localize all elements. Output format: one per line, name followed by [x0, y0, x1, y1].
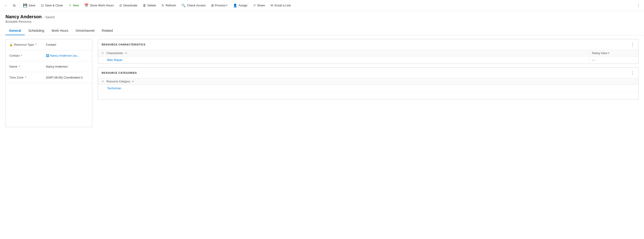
- category-name-value[interactable]: Technician: [107, 86, 635, 90]
- process-icon: ⊞: [211, 3, 214, 7]
- tab-work-hours[interactable]: Work Hours: [48, 26, 72, 35]
- back-button[interactable]: ←: [2, 2, 10, 9]
- categories-check-all[interactable]: ✓: [102, 80, 104, 83]
- categories-grid-header: ✓ Resource Category ↑ ▾: [98, 78, 638, 85]
- save-button[interactable]: 💾 Save: [21, 2, 38, 9]
- tabs-container: General Scheduling Work Hours Omnichanne…: [0, 26, 644, 35]
- pop-out-button[interactable]: ⧉: [11, 2, 18, 9]
- more-button[interactable]: ⋮: [635, 2, 642, 8]
- tab-scheduling[interactable]: Scheduling: [25, 26, 48, 35]
- lock-icon: 🔒: [9, 43, 13, 46]
- categories-header: RESOURCE CATEGORIES ⋮: [98, 68, 638, 78]
- required-star-resource-type: *: [36, 43, 36, 46]
- characteristic-row: Bike Repair ---: [98, 56, 638, 63]
- timezone-value[interactable]: (GMT-08:00) Coordinated U: [46, 76, 88, 79]
- rating-col-header[interactable]: Rating Value ▾: [589, 52, 635, 55]
- required-star-name: *: [19, 65, 20, 68]
- category-col-chevron-icon: ▾: [132, 80, 134, 83]
- contact-person-icon: 🖼: [46, 54, 49, 57]
- right-panel: RESOURCE CHARACTERISTICS ⋮ ✓ Characteris…: [98, 39, 638, 127]
- required-star-timezone: *: [25, 76, 26, 79]
- characteristic-name-value[interactable]: Bike Repair: [107, 58, 589, 62]
- name-label: Name *: [9, 65, 46, 68]
- tab-omnichannel[interactable]: Omnichannel: [72, 26, 98, 35]
- resource-characteristics-section: RESOURCE CHARACTERISTICS ⋮ ✓ Characteris…: [98, 39, 638, 64]
- main-content: 🔒 Resource Type * Contact Contact * 🖼 Na…: [0, 35, 644, 131]
- save-close-button[interactable]: ⊡ Save & Close: [38, 2, 65, 9]
- resource-type-row: 🔒 Resource Type * Contact: [6, 39, 92, 50]
- characteristic-col-header[interactable]: Characteristic ↑ ▾: [106, 52, 589, 55]
- new-label: New: [73, 4, 79, 7]
- category-row: Technician: [98, 85, 638, 92]
- refresh-label: Refresh: [166, 4, 176, 7]
- category-sort-asc-icon: ↑: [131, 80, 132, 83]
- delete-icon: 🗑: [143, 3, 146, 7]
- timezone-label: Time Zone *: [9, 76, 46, 79]
- deactivate-icon: ⊘: [119, 3, 122, 7]
- delete-label: Delete: [147, 4, 156, 7]
- email-link-label: Email a Link: [274, 4, 291, 7]
- empty-row-3: [6, 105, 92, 116]
- process-label: Process: [215, 4, 226, 7]
- assign-icon: 👤: [233, 3, 237, 7]
- characteristics-title: RESOURCE CHARACTERISTICS: [102, 43, 146, 46]
- characteristics-header: RESOURCE CHARACTERISTICS ⋮: [98, 39, 638, 50]
- process-button[interactable]: ⊞ Process ▾: [209, 2, 230, 9]
- refresh-button[interactable]: ↻ Refresh: [159, 2, 178, 9]
- email-link-icon: ✉: [270, 3, 274, 7]
- characteristic-sort-asc-icon: ↑: [124, 52, 125, 54]
- share-label: Share: [257, 4, 265, 7]
- record-title: Nancy Anderson - Saved: [6, 14, 638, 19]
- contact-label: Contact *: [9, 54, 46, 57]
- contact-value[interactable]: 🖼 Nancy Anderson (sa...: [46, 54, 88, 57]
- assign-button[interactable]: 👤 Assign: [231, 2, 250, 9]
- categories-bottom-padding: [98, 92, 638, 99]
- contact-row: Contact * 🖼 Nancy Anderson (sa...: [6, 50, 92, 61]
- calendar-icon: 📅: [84, 3, 89, 7]
- empty-row-1: [6, 83, 92, 94]
- check-access-button[interactable]: 🔍 Check Access: [179, 2, 208, 9]
- back-icon: ←: [4, 3, 8, 7]
- share-button[interactable]: ↗ Share: [250, 2, 267, 9]
- categories-more-button[interactable]: ⋮: [630, 70, 635, 75]
- tab-related[interactable]: Related: [98, 26, 116, 35]
- empty-row-2: [6, 94, 92, 105]
- record-header: Nancy Anderson - Saved Bookable Resource: [0, 11, 644, 25]
- email-link-button[interactable]: ✉ Email a Link: [268, 2, 293, 9]
- record-saved-status: - Saved: [44, 15, 54, 19]
- save-icon: 💾: [23, 3, 28, 7]
- characteristic-col-chevron-icon: ▾: [126, 52, 127, 54]
- tab-general[interactable]: General: [6, 26, 25, 35]
- delete-button[interactable]: 🗑 Delete: [140, 2, 158, 9]
- refresh-icon: ↻: [162, 3, 164, 7]
- timezone-row: Time Zone * (GMT-08:00) Coordinated U: [6, 72, 92, 83]
- categories-title: RESOURCE CATEGORIES: [102, 71, 137, 74]
- record-type: Bookable Resource: [6, 20, 638, 23]
- save-close-label: Save & Close: [45, 4, 63, 7]
- check-access-icon: 🔍: [182, 3, 186, 7]
- required-star-contact: *: [21, 54, 22, 57]
- pop-out-icon: ⧉: [13, 3, 16, 7]
- assign-label: Assign: [238, 4, 248, 7]
- separator-1: [19, 3, 20, 8]
- toolbar: ← ⧉ 💾 Save ⊡ Save & Close ＋ New 📅 Show W…: [0, 0, 644, 11]
- show-work-hours-button[interactable]: 📅 Show Work Hours: [82, 2, 116, 9]
- resource-type-label: 🔒 Resource Type *: [9, 43, 46, 46]
- characteristics-more-button[interactable]: ⋮: [630, 42, 635, 47]
- check-access-label: Check Access: [187, 4, 206, 7]
- general-form: 🔒 Resource Type * Contact Contact * 🖼 Na…: [6, 39, 92, 127]
- characteristics-check-all[interactable]: ✓: [102, 51, 104, 55]
- empty-row-4: [6, 116, 92, 127]
- characteristics-grid-header: ✓ Characteristic ↑ ▾ Rating Value ▾: [98, 50, 638, 56]
- more-label: ⋮: [637, 4, 640, 7]
- left-panel: 🔒 Resource Type * Contact Contact * 🖼 Na…: [6, 39, 92, 127]
- share-icon: ↗: [253, 3, 256, 7]
- new-button[interactable]: ＋ New: [66, 2, 81, 9]
- new-icon: ＋: [68, 3, 72, 7]
- save-close-icon: ⊡: [41, 3, 44, 7]
- resource-category-col-header[interactable]: Resource Category ↑ ▾: [106, 80, 635, 83]
- record-name: Nancy Anderson: [6, 14, 42, 19]
- resource-categories-section: RESOURCE CATEGORIES ⋮ ✓ Resource Categor…: [98, 67, 638, 100]
- deactivate-button[interactable]: ⊘ Deactivate: [117, 2, 140, 9]
- name-value[interactable]: Nancy Anderson: [46, 65, 88, 68]
